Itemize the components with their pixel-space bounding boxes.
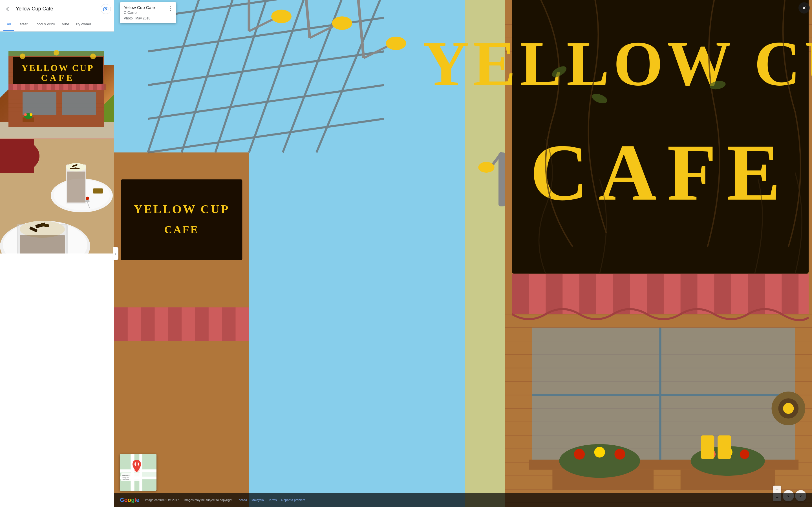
svg-rect-19 (8, 83, 104, 90)
svg-rect-27 (68, 83, 72, 90)
svg-text:YELLOW CUP: YELLOW CUP (134, 203, 230, 216)
svg-rect-20 (8, 83, 13, 90)
left-panel: Yellow Cup Cafe All Latest Food & drink … (0, 0, 114, 253)
svg-point-66 (85, 200, 90, 202)
svg-point-68 (86, 196, 89, 200)
svg-rect-33 (62, 92, 96, 115)
main-image: YELLOW CUP CAFE (114, 0, 406, 253)
svg-rect-26 (59, 83, 63, 90)
svg-text:CAFE: CAFE (41, 73, 74, 83)
svg-point-49 (66, 163, 86, 172)
tooltip-date: Photo · May 2018 (124, 16, 166, 20)
tab-by-owner[interactable]: By owner (72, 18, 94, 31)
camera-button[interactable] (101, 4, 111, 14)
main-photo-viewer: YELLOW CUP CAFE (114, 0, 406, 253)
photo-building-exterior[interactable]: YELLOW CUP CAFE (0, 32, 114, 138)
svg-rect-23 (34, 83, 38, 90)
place-title: Yellow Cup Cafe (16, 6, 101, 12)
photo-tooltip: Yellow Cup Cafe C Carrol Photo · May 201… (120, 2, 176, 23)
svg-rect-30 (93, 83, 97, 90)
collapse-panel-button[interactable] (113, 247, 118, 253)
svg-rect-29 (85, 83, 89, 90)
tabs-bar: All Latest Food & drink Vibe By owner (0, 18, 114, 32)
tab-latest[interactable]: Latest (14, 18, 31, 31)
svg-rect-22 (26, 83, 30, 90)
back-button[interactable] (3, 4, 13, 14)
svg-rect-50 (67, 172, 86, 203)
tooltip-more-button[interactable]: ⋮ (168, 5, 173, 12)
svg-rect-31 (101, 83, 106, 90)
header: Yellow Cup Cafe (0, 0, 114, 18)
tab-food-drink[interactable]: Food & drink (31, 18, 59, 31)
svg-point-96 (271, 10, 292, 23)
svg-rect-21 (17, 83, 21, 90)
tab-all[interactable]: All (3, 18, 14, 31)
svg-rect-28 (76, 83, 80, 90)
svg-text:YELLOW CUP: YELLOW CUP (21, 63, 94, 73)
svg-rect-32 (22, 92, 56, 115)
svg-point-99 (332, 16, 352, 30)
tab-vibe[interactable]: Vibe (59, 18, 73, 31)
svg-point-39 (24, 113, 27, 116)
svg-point-35 (54, 50, 59, 55)
svg-rect-24 (42, 83, 47, 90)
svg-point-36 (90, 54, 96, 59)
tooltip-place-name: Yellow Cup Cafe (124, 5, 166, 10)
svg-point-0 (105, 8, 107, 10)
photo-coffee-drinks[interactable] (0, 138, 114, 253)
svg-rect-54 (93, 188, 103, 193)
tooltip-author: C Carrol (124, 10, 166, 15)
svg-point-40 (30, 113, 33, 116)
svg-rect-61 (20, 235, 65, 253)
svg-rect-80 (121, 179, 242, 253)
svg-text:CAFE: CAFE (164, 224, 199, 235)
photo-grid: YELLOW CUP CAFE (0, 32, 114, 253)
svg-point-34 (20, 54, 26, 59)
svg-point-102 (386, 37, 406, 50)
svg-rect-25 (51, 83, 55, 90)
